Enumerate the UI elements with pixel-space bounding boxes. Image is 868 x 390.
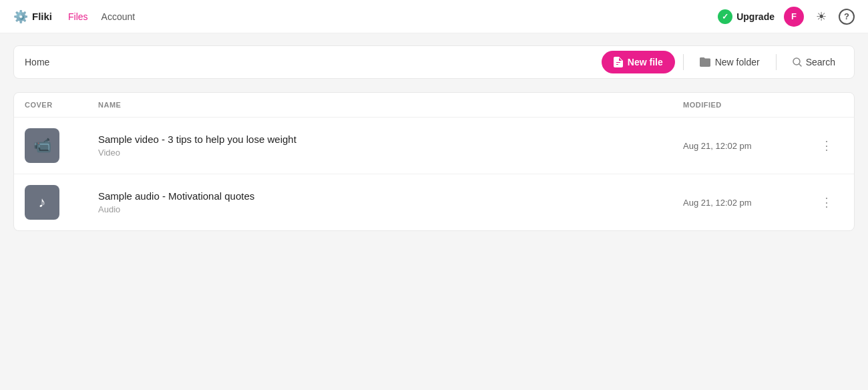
- file-cover-audio: ♪: [25, 185, 59, 220]
- file-info-1: Sample video - 3 tips to help you lose w…: [98, 134, 683, 158]
- new-file-button[interactable]: New file: [602, 51, 675, 73]
- nav-links: Files Account: [68, 11, 135, 22]
- file-icon: [614, 57, 623, 67]
- header-name: NAME: [98, 101, 683, 109]
- file-info-2: Sample audio - Motivational quotes Audio: [98, 190, 683, 214]
- file-type-1: Video: [98, 148, 683, 158]
- upgrade-check-icon: ✓: [718, 9, 732, 24]
- table-row: 📹 Sample video - 3 tips to help you lose…: [14, 118, 854, 174]
- new-folder-label: New folder: [715, 57, 760, 67]
- table-header: COVER NAME MODIFIED: [14, 93, 854, 118]
- file-name-2: Sample audio - Motivational quotes: [98, 190, 683, 202]
- header-modified: MODIFIED: [683, 101, 817, 109]
- search-button[interactable]: Search: [785, 51, 843, 73]
- help-icon[interactable]: ?: [839, 9, 855, 25]
- avatar[interactable]: F: [784, 7, 804, 27]
- nav-link-account[interactable]: Account: [101, 11, 136, 22]
- nav-link-files[interactable]: Files: [68, 11, 88, 22]
- new-file-label: New file: [628, 57, 663, 67]
- file-type-2: Audio: [98, 204, 683, 214]
- breadcrumb: Home: [25, 57, 602, 67]
- gear-icon: ⚙️: [13, 9, 28, 24]
- table-row: ♪ Sample audio - Motivational quotes Aud…: [14, 174, 854, 230]
- folder-icon: [700, 57, 710, 67]
- upgrade-label: Upgrade: [736, 11, 775, 22]
- brand-logo[interactable]: ⚙️ Fliki: [13, 9, 52, 24]
- main-content: Home New file New folder: [0, 33, 868, 243]
- file-table: COVER NAME MODIFIED 📹 Sample video - 3 t…: [13, 92, 855, 231]
- upgrade-button[interactable]: ✓ Upgrade: [718, 9, 775, 24]
- file-menu-2[interactable]: ⋮: [817, 192, 837, 212]
- file-cover-video: 📹: [25, 128, 59, 163]
- toolbar-divider2: [776, 54, 777, 70]
- header-cover: COVER: [25, 101, 98, 109]
- theme-toggle-icon[interactable]: ☀: [813, 9, 829, 25]
- toolbar-actions: New file New folder Search: [602, 51, 843, 73]
- toolbar-divider: [683, 54, 684, 70]
- toolbar: Home New file New folder: [13, 45, 855, 79]
- file-modified-2: Aug 21, 12:02 pm: [683, 198, 817, 208]
- new-folder-button[interactable]: New folder: [692, 51, 768, 73]
- header-actions: [817, 101, 843, 109]
- navbar: ⚙️ Fliki Files Account ✓ Upgrade F ☀ ?: [0, 0, 868, 33]
- navbar-right: ✓ Upgrade F ☀ ?: [718, 7, 855, 27]
- brand-name: Fliki: [32, 11, 52, 22]
- file-modified-1: Aug 21, 12:02 pm: [683, 141, 817, 151]
- search-icon: [793, 57, 802, 67]
- file-name-1: Sample video - 3 tips to help you lose w…: [98, 134, 683, 145]
- search-label: Search: [806, 57, 835, 67]
- file-menu-1[interactable]: ⋮: [817, 136, 837, 156]
